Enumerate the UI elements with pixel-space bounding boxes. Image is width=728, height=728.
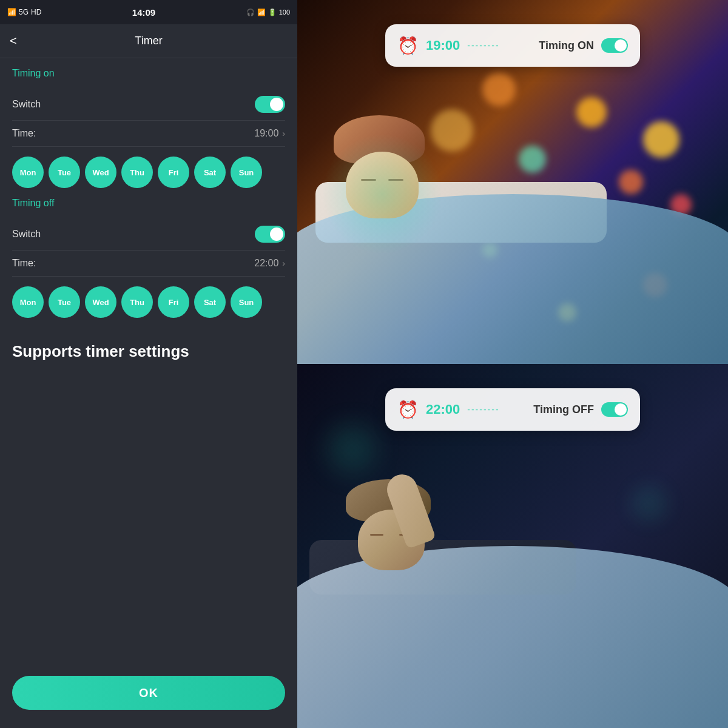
- day-sun-on[interactable]: Sun: [231, 157, 262, 188]
- timing-off-title: Timing off: [12, 198, 285, 209]
- timing-on-chevron-icon: ›: [282, 129, 285, 138]
- supports-text: Supports timer settings: [12, 328, 285, 379]
- card-top-dashes: --------: [467, 41, 531, 50]
- day-sat-on[interactable]: Sat: [194, 157, 226, 188]
- timing-on-days: Mon Tue Wed Thu Fri Sat Sun: [12, 147, 285, 198]
- right-panel: ⏰ 19:00 -------- Timing ON ⏰ 22:00: [297, 0, 728, 728]
- timing-off-section: Timing off Switch Time: 22:00 › Mon Tue …: [12, 198, 285, 328]
- day-thu-on[interactable]: Thu: [121, 157, 153, 188]
- status-time: 14:09: [132, 7, 155, 18]
- timing-off-toggle[interactable]: [255, 226, 285, 243]
- scene-bottom: ⏰ 22:00 -------- Timing OFF: [297, 364, 728, 728]
- sleeping-figure-top: [297, 109, 728, 364]
- status-right: 🎧 📶 🔋 100: [246, 8, 290, 16]
- timing-on-time-row[interactable]: Time: 19:00 ›: [12, 121, 285, 147]
- day-thu-off[interactable]: Thu: [121, 286, 153, 318]
- app-header: < Timer: [0, 24, 297, 58]
- status-bar: 📶 5G HD 14:09 🎧 📶 🔋 100: [0, 0, 297, 24]
- battery-icon: 🔋: [268, 8, 277, 16]
- scene-top: ⏰ 19:00 -------- Timing ON: [297, 0, 728, 364]
- card-bottom-clock-icon: ⏰: [397, 400, 419, 420]
- day-fri-off[interactable]: Fri: [158, 286, 189, 318]
- day-wed-off[interactable]: Wed: [85, 286, 116, 318]
- day-tue-on[interactable]: Tue: [49, 157, 80, 188]
- timing-off-time-label: Time:: [12, 258, 36, 269]
- ok-button[interactable]: OK: [12, 676, 285, 710]
- timing-on-time-value: 19:00 ›: [254, 128, 285, 139]
- bokeh-light-7: [482, 73, 516, 106]
- timing-off-days: Mon Tue Wed Thu Fri Sat Sun: [12, 277, 285, 328]
- content-area: Timing on Switch Time: 19:00 › Mon Tue W…: [0, 58, 297, 666]
- eye-left-bottom: [370, 534, 383, 536]
- back-button[interactable]: <: [10, 34, 17, 48]
- phone-panel: 📶 5G HD 14:09 🎧 📶 🔋 100 < Timer Timing o…: [0, 0, 297, 728]
- day-sat-off[interactable]: Sat: [194, 286, 226, 318]
- card-bottom-time: 22:00: [426, 402, 460, 417]
- timing-on-section: Timing on Switch Time: 19:00 › Mon Tue W…: [12, 68, 285, 198]
- page-title: Timer: [135, 35, 162, 47]
- status-left: 📶 5G HD: [7, 8, 41, 16]
- blanket-bottom: [297, 546, 728, 728]
- timing-on-title: Timing on: [12, 68, 285, 79]
- timing-off-card: ⏰ 22:00 -------- Timing OFF: [385, 388, 640, 431]
- day-wed-on[interactable]: Wed: [85, 157, 116, 188]
- timing-on-switch-label: Switch: [12, 99, 41, 110]
- card-bottom-label: Timing OFF: [533, 403, 594, 416]
- card-top-toggle[interactable]: [601, 38, 628, 53]
- ok-btn-container: OK: [0, 666, 297, 728]
- card-top-time: 19:00: [426, 38, 460, 53]
- timing-off-switch-row: Switch: [12, 218, 285, 251]
- bluetooth-icon: 🎧: [246, 8, 255, 16]
- hd-badge: HD: [31, 8, 41, 16]
- signal-icon: 📶: [7, 8, 16, 16]
- battery-level: 100: [279, 8, 290, 16]
- timing-off-chevron-icon: ›: [282, 258, 285, 268]
- day-fri-on[interactable]: Fri: [158, 157, 189, 188]
- day-mon-on[interactable]: Mon: [12, 157, 44, 188]
- timing-off-time-row[interactable]: Time: 22:00 ›: [12, 251, 285, 277]
- timing-off-time-value: 22:00 ›: [254, 258, 285, 269]
- timing-on-time-label: Time:: [12, 128, 36, 139]
- day-sun-off[interactable]: Sun: [231, 286, 262, 318]
- timing-on-toggle[interactable]: [255, 96, 285, 113]
- day-mon-off[interactable]: Mon: [12, 286, 44, 318]
- card-top-label: Timing ON: [539, 39, 594, 52]
- teal-glow: [322, 133, 443, 255]
- timing-on-switch-row: Switch: [12, 89, 285, 121]
- timing-off-switch-label: Switch: [12, 229, 41, 240]
- timing-on-time-display: 19:00: [254, 128, 278, 139]
- day-tue-off[interactable]: Tue: [49, 286, 80, 318]
- signal-text: 5G: [19, 8, 29, 16]
- sleeping-figure-bottom: [297, 473, 728, 728]
- wifi-icon: 📶: [257, 8, 266, 16]
- timing-on-card: ⏰ 19:00 -------- Timing ON: [385, 24, 640, 67]
- card-bottom-dashes: --------: [467, 405, 526, 414]
- card-bottom-toggle[interactable]: [601, 402, 628, 417]
- timing-off-time-display: 22:00: [254, 258, 278, 269]
- ambient-light-1: [328, 425, 376, 473]
- card-top-clock-icon: ⏰: [397, 36, 419, 56]
